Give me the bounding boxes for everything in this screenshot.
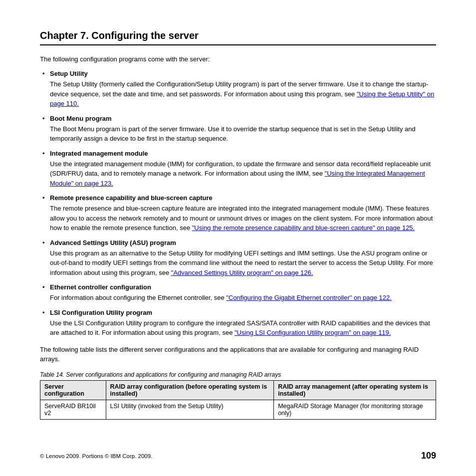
section-title-asu: Advanced Settings Utility (ASU) program	[50, 239, 436, 246]
config-table: Server configuration RAID array configur…	[40, 380, 436, 420]
list-item-setup-utility: Setup Utility The Setup Utility (formerl…	[40, 70, 436, 109]
table-cell-raid-config: LSI Utility (invoked from the Setup Util…	[106, 400, 274, 419]
footer-page-number: 109	[421, 451, 436, 461]
remote-presence-link[interactable]: "Using the remote presence capability an…	[192, 224, 415, 232]
section-title-boot-menu: Boot Menu program	[50, 115, 436, 122]
footer-copyright: © Lenovo 2009. Portions © IBM Corp. 2009…	[40, 453, 152, 459]
table-intro-text: The following table lists the different …	[40, 345, 436, 364]
chapter-title: Chapter 7. Configuring the server	[40, 30, 436, 45]
ethernet-body-text: For information about configuring the Et…	[50, 294, 226, 301]
list-item-lsi: LSI Configuration Utility program Use th…	[40, 309, 436, 338]
section-body-imm: Use the integrated management module (IM…	[50, 160, 431, 187]
section-body-lsi: Use the LSI Configuration Utility progra…	[50, 319, 430, 337]
table-header-row: Server configuration RAID array configur…	[40, 380, 436, 400]
section-title-imm: Integrated management module	[50, 150, 436, 157]
section-body-remote-presence: The remote presence and blue-screen capt…	[50, 205, 433, 232]
section-title-ethernet: Ethernet controller configuration	[50, 283, 436, 291]
list-item-remote-presence: Remote presence capability and blue-scre…	[40, 194, 436, 233]
table-cell-raid-mgmt: MegaRAID Storage Manager (for monitoring…	[274, 400, 436, 419]
list-item-imm: Integrated management module Use the int…	[40, 150, 436, 189]
list-item-ethernet: Ethernet controller configuration For in…	[40, 283, 436, 303]
table-header-raid-mgmt: RAID array management (after operating s…	[274, 380, 436, 400]
table-cell-server-config: ServeRAID BR10il v2	[40, 400, 106, 419]
page-container: Chapter 7. Configuring the server The fo…	[0, 0, 476, 476]
section-body-setup-utility: The Setup Utility (formerly called the C…	[50, 80, 434, 107]
table-row: ServeRAID BR10il v2 LSI Utility (invoked…	[40, 400, 436, 419]
section-body-ethernet: For information about configuring the Et…	[50, 294, 392, 301]
section-body-asu: Use this program as an alternative to th…	[50, 249, 433, 276]
section-body-boot-menu: The Boot Menu program is part of the ser…	[50, 125, 416, 143]
table-caption: Table 14. Server configurations and appl…	[40, 371, 436, 378]
table-header-server-config: Server configuration	[40, 380, 106, 400]
asu-link[interactable]: "Advanced Settings Utility program" on p…	[171, 269, 313, 276]
list-item-boot-menu: Boot Menu program The Boot Menu program …	[40, 115, 436, 144]
list-item-asu: Advanced Settings Utility (ASU) program …	[40, 239, 436, 278]
lsi-link[interactable]: "Using LSI Configuration Utility program…	[235, 329, 391, 336]
footer: © Lenovo 2009. Portions © IBM Corp. 2009…	[40, 451, 436, 461]
section-title-setup-utility: Setup Utility	[50, 70, 436, 77]
intro-text: The following configuration programs com…	[40, 55, 436, 63]
ethernet-link[interactable]: "Configuring the Gigabit Ethernet contro…	[226, 294, 392, 301]
section-list: Setup Utility The Setup Utility (formerl…	[40, 70, 436, 338]
table-header-raid-config: RAID array configuration (before operati…	[106, 380, 274, 400]
section-title-remote-presence: Remote presence capability and blue-scre…	[50, 194, 436, 202]
section-title-lsi: LSI Configuration Utility program	[50, 309, 436, 316]
